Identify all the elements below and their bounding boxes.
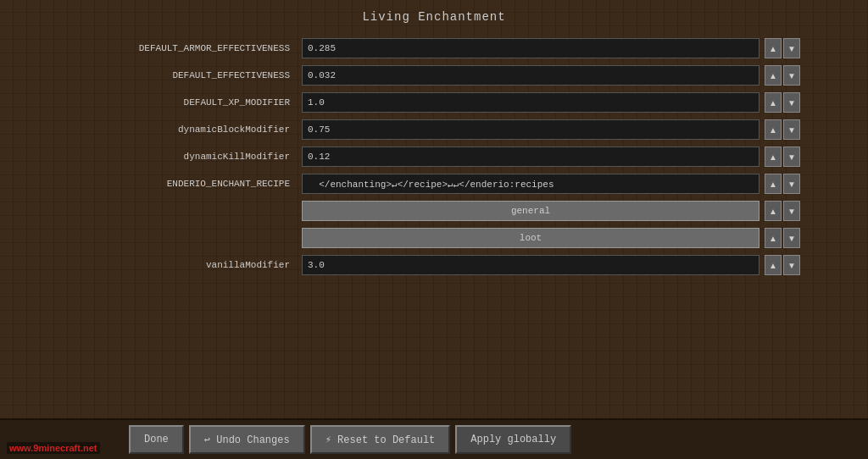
btn-pair-1: ▲ ▼ xyxy=(765,65,800,86)
up-btn-vanilla[interactable]: ▲ xyxy=(765,255,782,275)
sub-button-row-loot: loot ▲ ▼ xyxy=(68,225,800,251)
up-btn-4[interactable]: ▲ xyxy=(765,147,782,167)
footer: www.9minecraft.net Done ↩ Undo Changes ⚡… xyxy=(0,418,868,459)
label-vanilla: vanillaModifier xyxy=(68,260,297,270)
apply-globally-button[interactable]: Apply globally xyxy=(455,425,571,454)
down-btn-0[interactable]: ▼ xyxy=(783,38,800,58)
btn-pair-loot: ▲ ▼ xyxy=(765,228,800,248)
up-btn-1[interactable]: ▲ xyxy=(765,65,782,86)
down-btn-4[interactable]: ▼ xyxy=(783,147,800,167)
config-row-2: DEFAULT_XP_MODIFIER ▲ ▼ xyxy=(68,90,800,115)
input-1[interactable] xyxy=(302,65,760,86)
btn-pair-0: ▲ ▼ xyxy=(765,38,800,58)
undo-button[interactable]: ↩ Undo Changes xyxy=(189,425,305,454)
config-row-3: dynamicBlockModifier ▲ ▼ xyxy=(68,117,800,142)
down-btn-loot[interactable]: ▼ xyxy=(783,228,800,248)
down-btn-1[interactable]: ▼ xyxy=(783,65,800,86)
input-4[interactable] xyxy=(302,147,760,167)
btn-pair-5: ▲ ▼ xyxy=(765,174,800,194)
input-2[interactable] xyxy=(302,92,760,113)
label-5: ENDERIO_ENCHANT_RECIPE xyxy=(68,179,297,189)
label-1: DEFAULT_EFFECTIVENESS xyxy=(68,70,297,80)
down-btn-vanilla[interactable]: ▼ xyxy=(783,255,800,275)
up-btn-2[interactable]: ▲ xyxy=(765,92,782,113)
up-btn-5[interactable]: ▲ xyxy=(765,174,782,194)
config-row-5: ENDERIO_ENCHANT_RECIPE ▲ ▼ xyxy=(68,171,800,196)
up-btn-general[interactable]: ▲ xyxy=(765,201,782,221)
up-btn-3[interactable]: ▲ xyxy=(765,119,782,140)
config-row-vanilla: vanillaModifier ▲ ▼ xyxy=(68,252,800,278)
label-3: dynamicBlockModifier xyxy=(68,124,297,135)
btn-pair-general: ▲ ▼ xyxy=(765,201,800,221)
config-row-0: DEFAULT_ARMOR_EFFECTIVENESS ▲ ▼ xyxy=(68,36,800,61)
down-btn-general[interactable]: ▼ xyxy=(783,201,800,221)
sub-button-row-general: general ▲ ▼ xyxy=(68,198,800,224)
up-btn-loot[interactable]: ▲ xyxy=(765,228,782,248)
done-button[interactable]: Done xyxy=(129,425,184,454)
label-2: DEFAULT_XP_MODIFIER xyxy=(68,97,297,108)
down-btn-3[interactable]: ▼ xyxy=(783,119,800,140)
btn-pair-vanilla: ▲ ▼ xyxy=(765,255,800,275)
input-0[interactable] xyxy=(302,38,760,58)
btn-pair-4: ▲ ▼ xyxy=(765,147,800,167)
btn-pair-2: ▲ ▼ xyxy=(765,92,800,113)
reset-button[interactable]: ⚡ Reset to Default xyxy=(310,425,451,454)
down-btn-5[interactable]: ▼ xyxy=(783,174,800,194)
config-row-1: DEFAULT_EFFECTIVENESS ▲ ▼ xyxy=(68,63,800,88)
general-button[interactable]: general xyxy=(302,201,760,221)
down-btn-2[interactable]: ▼ xyxy=(783,92,800,113)
config-row-4: dynamicKillModifier ▲ ▼ xyxy=(68,144,800,169)
settings-area: DEFAULT_ARMOR_EFFECTIVENESS ▲ ▼ DEFAULT_… xyxy=(0,30,868,278)
watermark: www.9minecraft.net xyxy=(7,442,100,454)
btn-pair-3: ▲ ▼ xyxy=(765,119,800,140)
loot-button[interactable]: loot xyxy=(302,228,760,248)
input-5[interactable] xyxy=(302,174,760,194)
page-title: Living Enchantment xyxy=(0,0,868,30)
up-btn-0[interactable]: ▲ xyxy=(765,38,782,58)
input-vanilla[interactable] xyxy=(302,255,760,275)
label-4: dynamicKillModifier xyxy=(68,152,297,162)
label-0: DEFAULT_ARMOR_EFFECTIVENESS xyxy=(68,43,297,53)
input-3[interactable] xyxy=(302,119,760,140)
